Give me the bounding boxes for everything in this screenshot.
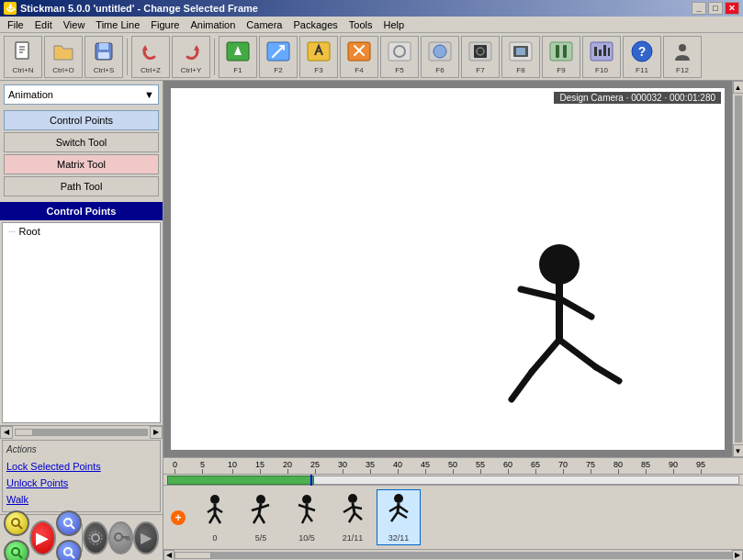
scroll-h-track[interactable] bbox=[174, 552, 732, 559]
scroll-down-arrow[interactable]: ▼ bbox=[733, 444, 744, 457]
svg-text:?: ? bbox=[638, 44, 647, 59]
menu-animation[interactable]: Animation bbox=[185, 17, 241, 32]
minimize-button[interactable]: _ bbox=[692, 2, 706, 15]
svg-point-58 bbox=[210, 495, 220, 504]
add-keyframe-button[interactable]: + bbox=[171, 510, 186, 525]
svg-rect-29 bbox=[594, 47, 597, 56]
svg-rect-20 bbox=[474, 45, 487, 58]
walk-link[interactable]: Walk bbox=[6, 491, 156, 508]
svg-line-56 bbox=[559, 340, 596, 367]
keyframe-1[interactable]: 5/5 bbox=[239, 489, 283, 545]
tool-buttons: Control Points Switch Tool Matrix Tool P… bbox=[0, 108, 163, 198]
menu-help[interactable]: Help bbox=[377, 17, 410, 32]
svg-line-75 bbox=[307, 514, 312, 521]
svg-point-36 bbox=[12, 519, 19, 526]
path-tool-button[interactable]: Path Tool bbox=[4, 176, 159, 196]
matrix-tool-button[interactable]: Matrix Tool bbox=[4, 154, 159, 174]
f1-button[interactable]: F1 bbox=[219, 36, 257, 78]
forward-button[interactable]: ▶ bbox=[133, 521, 159, 554]
undo-icon bbox=[138, 39, 163, 64]
search-small-btn-3[interactable] bbox=[56, 510, 82, 536]
title-controls[interactable]: _ □ ✕ bbox=[692, 2, 739, 15]
menu-figure[interactable]: Figure bbox=[145, 17, 185, 32]
f9-button[interactable]: F9 bbox=[542, 36, 580, 78]
f7-button[interactable]: F7 bbox=[461, 36, 500, 78]
f8-button[interactable]: F8 bbox=[501, 36, 540, 78]
svg-line-81 bbox=[355, 513, 362, 520]
play-button[interactable]: ▶ bbox=[29, 521, 56, 555]
f10-button[interactable]: F10 bbox=[582, 36, 621, 78]
scroll-track[interactable] bbox=[15, 429, 148, 436]
menu-edit[interactable]: Edit bbox=[29, 17, 58, 32]
svg-point-82 bbox=[394, 494, 403, 503]
svg-rect-47 bbox=[122, 536, 129, 539]
svg-line-63 bbox=[215, 514, 220, 523]
svg-point-42 bbox=[64, 548, 72, 555]
sep2 bbox=[214, 39, 215, 75]
maximize-button[interactable]: □ bbox=[708, 2, 723, 15]
control-points-tool-button[interactable]: Control Points bbox=[4, 110, 159, 130]
menu-camera[interactable]: Camera bbox=[241, 17, 287, 32]
scroll-thumb[interactable] bbox=[15, 429, 33, 436]
canvas-right-scrollbar[interactable]: ▲ ▼ bbox=[732, 81, 743, 457]
scroll-right-h-arrow[interactable]: ▶ bbox=[732, 550, 743, 561]
search-small-btn-4[interactable] bbox=[56, 540, 82, 561]
menu-tools[interactable]: Tools bbox=[343, 17, 378, 32]
scroll-up-arrow[interactable]: ▲ bbox=[733, 81, 744, 94]
f6-button[interactable]: F6 bbox=[421, 36, 459, 78]
cp-item-root[interactable]: ··· Root bbox=[5, 225, 158, 238]
search-small-btn-2[interactable] bbox=[4, 540, 29, 561]
scroll-v-track[interactable] bbox=[735, 95, 742, 442]
menu-timeline[interactable]: Time Line bbox=[90, 17, 145, 32]
f12-button[interactable]: F12 bbox=[663, 36, 702, 78]
key-button[interactable] bbox=[108, 521, 134, 554]
switch-tool-button[interactable]: Switch Tool bbox=[4, 132, 159, 152]
menu-file[interactable]: File bbox=[2, 17, 29, 32]
svg-marker-8 bbox=[194, 45, 199, 50]
close-button[interactable]: ✕ bbox=[725, 2, 739, 15]
svg-line-87 bbox=[398, 512, 407, 518]
save-button[interactable]: Ctrl+S bbox=[84, 36, 123, 78]
animation-dropdown-label: Animation bbox=[8, 89, 53, 100]
menu-packages[interactable]: Packages bbox=[287, 17, 343, 32]
lock-selected-points-link[interactable]: Lock Selected Points bbox=[6, 458, 156, 475]
keyframe-2[interactable]: 10/5 bbox=[285, 489, 329, 545]
keyframe-4[interactable]: 32/11 bbox=[377, 489, 421, 545]
svg-point-44 bbox=[92, 534, 99, 542]
ruler-mark-20: 20 bbox=[283, 460, 292, 474]
svg-line-68 bbox=[253, 514, 259, 523]
redo-button[interactable]: Ctrl+Y bbox=[172, 36, 210, 78]
control-points-list[interactable]: ··· Root bbox=[2, 222, 161, 423]
keyframe-1-label: 5/5 bbox=[255, 533, 267, 543]
scroll-right-arrow[interactable]: ▶ bbox=[150, 426, 163, 439]
f9-label: F9 bbox=[557, 66, 565, 74]
timeline-cursor[interactable] bbox=[310, 475, 312, 486]
new-button[interactable]: Ctrl+N bbox=[4, 36, 42, 78]
svg-line-41 bbox=[71, 525, 74, 529]
scroll-left-arrow[interactable]: ◀ bbox=[0, 426, 13, 439]
app-icon: 🕹 bbox=[4, 2, 17, 15]
scroll-left-h-arrow[interactable]: ◀ bbox=[163, 550, 174, 561]
keyframe-0[interactable]: 0 bbox=[193, 489, 237, 545]
open-button[interactable]: Ctrl+O bbox=[44, 36, 83, 78]
undo-button[interactable]: Ctrl+Z bbox=[131, 36, 170, 78]
svg-line-78 bbox=[343, 507, 353, 512]
scroll-h-thumb[interactable] bbox=[174, 552, 211, 559]
search-small-btn-1[interactable] bbox=[4, 510, 29, 536]
play-icon: ▶ bbox=[36, 528, 49, 548]
f5-button[interactable]: F5 bbox=[380, 36, 419, 78]
f4-button[interactable]: F4 bbox=[340, 36, 378, 78]
timeline-track[interactable] bbox=[163, 475, 743, 486]
svg-rect-48 bbox=[126, 538, 129, 540]
f2-button[interactable]: F2 bbox=[259, 36, 298, 78]
f3-button[interactable]: F3 bbox=[299, 36, 338, 78]
keyframe-4-label: 32/11 bbox=[388, 533, 410, 543]
f11-button[interactable]: ? F11 bbox=[623, 36, 661, 78]
unlock-points-link[interactable]: Unlock Points bbox=[6, 475, 156, 491]
menu-view[interactable]: View bbox=[58, 17, 91, 32]
f5-icon bbox=[387, 39, 412, 64]
keyframe-3[interactable]: 21/11 bbox=[331, 489, 375, 545]
settings-button[interactable] bbox=[83, 521, 108, 554]
svg-line-37 bbox=[18, 525, 22, 529]
animation-dropdown[interactable]: Animation ▼ bbox=[4, 84, 159, 105]
